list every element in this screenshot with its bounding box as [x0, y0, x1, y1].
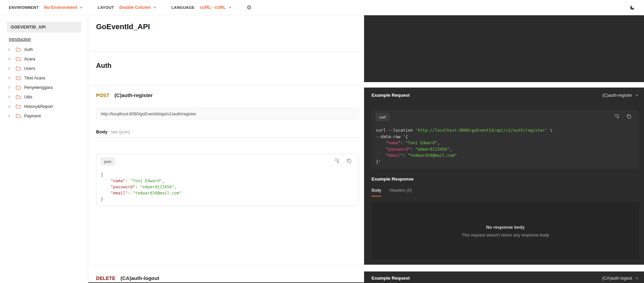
documentation-main-column: GoEventId_API Auth POST (C)auth-register… [88, 15, 364, 283]
chevron-right-icon[interactable] [7, 95, 11, 99]
folder-icon [16, 76, 21, 80]
section-title-auth: Auth [96, 62, 112, 70]
layout-select[interactable]: Double Column [119, 5, 156, 10]
sidebar-item-introduction[interactable]: Introduction [9, 37, 31, 42]
chevron-down-icon [228, 6, 232, 9]
chevron-down-icon [153, 6, 156, 9]
intro-example-panel [364, 15, 644, 82]
folder-icon [16, 66, 21, 71]
folder-label: Acara [24, 57, 35, 61]
auth-register-example-panel: Example Request (C)auth-register curl cu… [364, 88, 644, 265]
example-request-header: Example Request (CA)auth-logout [372, 276, 639, 281]
wrap-text-icon[interactable] [614, 114, 620, 119]
folder-icon [16, 57, 21, 61]
sidebar-item-users[interactable]: Users [0, 64, 88, 73]
page-title: GoEventId_API [96, 22, 150, 31]
example-response-title: Example Response [372, 176, 414, 182]
section-divider [88, 52, 364, 52]
body-section-heading: Body raw (json) [96, 129, 130, 134]
layout-group: LAYOUT Double Column [98, 5, 156, 10]
endpoint-name: (CA)auth-logout [120, 275, 159, 281]
folder-icon [16, 114, 21, 118]
sidebar-collection-header[interactable]: GOEVENTID_API [7, 22, 81, 33]
body-section-underline [96, 137, 359, 138]
curl-code: curl --location 'http://localhost:8080/g… [376, 127, 635, 165]
auth-logout-example-panel: Example Request (CA)auth-logout [364, 271, 644, 283]
environment-label: ENVIRONMENT [9, 5, 39, 10]
layout-value: Double Column [119, 5, 151, 10]
snippet-toolbar [334, 158, 352, 164]
folder-label: Penyelenggara [24, 85, 53, 90]
example-request-selector[interactable]: (C)auth-register [602, 93, 639, 98]
moon-icon[interactable] [629, 5, 635, 11]
section-divider [88, 265, 364, 265]
language-label: LANGUAGE [171, 5, 194, 10]
collection-name: GOEVENTID_API [11, 25, 46, 30]
copy-icon[interactable] [346, 158, 352, 164]
example-request-selector[interactable]: (CA)auth-logout [602, 276, 639, 281]
folder-label: Users [24, 66, 35, 71]
example-request-header: Example Request (C)auth-register [372, 93, 639, 98]
folder-label: Payment [24, 114, 41, 118]
chevron-down-icon [635, 94, 639, 97]
gear-icon[interactable]: ⚙ [247, 5, 252, 11]
sidebar-navigation: GOEVENTID_API Introduction Auth Acara Us… [0, 15, 88, 283]
language-value: cURL - cURL [200, 5, 226, 10]
tab-body[interactable]: Body [372, 188, 381, 196]
chevron-down-icon [79, 6, 83, 9]
snippet-toolbar [614, 114, 632, 119]
sidebar-item-acara[interactable]: Acara [0, 54, 88, 64]
endpoint-name: (C)auth-register [114, 92, 153, 98]
snippet-language-tab-json[interactable]: json [100, 157, 115, 166]
endpoint-heading-auth-logout: DELETE (CA)auth-logout [96, 275, 159, 281]
folder-label: Auth [24, 47, 33, 52]
selected-example: (C)auth-register [602, 93, 632, 98]
method-badge-post: POST [96, 93, 109, 98]
example-column: Example Request (C)auth-register curl cu… [364, 15, 644, 283]
sidebar-folder-list: Auth Acara Users Tiket Acara Penyelengga [0, 45, 88, 121]
layout-label: LAYOUT [98, 5, 114, 10]
environment-group: ENVIRONMENT No Environment [9, 5, 83, 10]
folder-icon [16, 104, 21, 109]
method-badge-delete: DELETE [96, 276, 115, 281]
chevron-right-icon[interactable] [7, 86, 11, 89]
tab-headers[interactable]: Headers (0) [390, 188, 412, 196]
folder-icon [16, 47, 21, 52]
curl-request-snippet: curl curl --location 'http://localhost:8… [372, 110, 639, 169]
sidebar-item-payment[interactable]: Payment [0, 111, 88, 121]
chevron-right-icon[interactable] [7, 76, 11, 80]
empty-response-title: No response body [486, 225, 525, 230]
language-select[interactable]: cURL - cURL [200, 5, 231, 10]
folder-label: History&Report [24, 104, 53, 109]
chevron-down-icon [635, 277, 639, 280]
copy-icon[interactable] [626, 114, 632, 119]
wrap-text-icon[interactable] [334, 158, 340, 164]
sidebar-item-history-report[interactable]: History&Report [0, 102, 88, 111]
body-mode-label: raw (json) [111, 129, 130, 134]
request-url: http://localhost:8080/goEventId/api/v1/a… [101, 112, 196, 116]
body-label: Body [96, 129, 108, 134]
endpoint-heading-auth-register: POST (C)auth-register [96, 92, 153, 98]
chevron-right-icon[interactable] [7, 114, 11, 118]
chevron-right-icon[interactable] [7, 57, 11, 61]
selected-example: (CA)auth-logout [602, 276, 632, 281]
sidebar-item-auth[interactable]: Auth [0, 45, 88, 54]
api-documentation-page: ENVIRONMENT No Environment LAYOUT Double… [0, 0, 644, 283]
snippet-language-tab-curl[interactable]: curl [376, 113, 390, 121]
folder-label: Utils [24, 95, 32, 99]
request-url-box: http://localhost:8080/goEventId/api/v1/a… [96, 108, 359, 120]
language-group: LANGUAGE cURL - cURL [171, 5, 231, 10]
folder-label: Tiket Acara [24, 76, 45, 80]
response-tabs: Body Headers (0) [372, 188, 412, 196]
chevron-right-icon[interactable] [7, 48, 11, 51]
environment-select[interactable]: No Environment [44, 5, 83, 10]
example-request-title: Example Request [372, 93, 410, 98]
section-divider [88, 86, 364, 86]
chevron-right-icon[interactable] [7, 105, 11, 108]
sidebar-item-utils[interactable]: Utils [0, 92, 88, 102]
sidebar-item-penyelenggara[interactable]: Penyelenggara [0, 83, 88, 92]
folder-icon [16, 85, 21, 90]
chevron-right-icon[interactable] [7, 67, 11, 70]
response-body-panel: No response body This request doesn't re… [372, 202, 639, 260]
sidebar-item-tiket-acara[interactable]: Tiket Acara [0, 73, 88, 83]
